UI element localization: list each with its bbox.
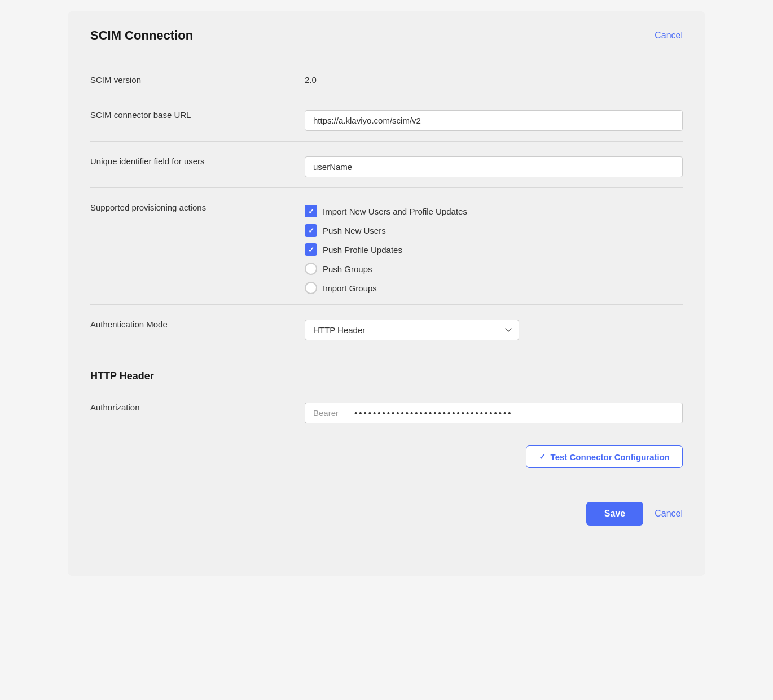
cancel-bottom-button[interactable]: Cancel	[655, 509, 683, 519]
cancel-top-button[interactable]: Cancel	[655, 30, 683, 41]
test-connector-label: Test Connector Configuration	[551, 452, 670, 462]
scim-url-input[interactable]	[305, 110, 683, 131]
test-connector-button[interactable]: ✓ Test Connector Configuration	[526, 445, 683, 468]
provisioning-actions-label: Supported provisioning actions	[90, 198, 305, 212]
authorization-label: Authorization	[90, 398, 305, 412]
authorization-row: Authorization Bearer	[90, 388, 683, 434]
checkbox-import-groups-input[interactable]	[305, 282, 317, 294]
page-title: SCIM Connection	[90, 28, 193, 43]
auth-input-group: Bearer	[305, 403, 683, 423]
bearer-prefix: Bearer	[305, 403, 346, 423]
test-connector-container: ✓ Test Connector Configuration	[90, 434, 683, 468]
auth-mode-select[interactable]: HTTP Header Basic Auth OAuth	[305, 320, 519, 340]
unique-identifier-label: Unique identifier field for users	[90, 152, 305, 166]
http-header-title: HTTP Header	[90, 357, 683, 388]
form-section: SCIM version 2.0 SCIM connector base URL…	[90, 60, 683, 351]
auth-mode-label: Authentication Mode	[90, 315, 305, 329]
test-connector-check-icon: ✓	[539, 452, 546, 462]
scim-version-label: SCIM version	[90, 71, 305, 85]
checkbox-push-groups-input[interactable]	[305, 262, 317, 275]
checkbox-import-new-users-input[interactable]	[305, 205, 317, 217]
unique-identifier-row: Unique identifier field for users	[90, 142, 683, 188]
unique-identifier-input[interactable]	[305, 156, 683, 177]
checkbox-push-new-users: Push New Users	[305, 224, 683, 237]
http-header-section: HTTP Header Authorization Bearer ✓ Test …	[90, 357, 683, 468]
checkbox-import-new-users-label: Import New Users and Profile Updates	[323, 207, 467, 216]
auth-mode-row: Authentication Mode HTTP Header Basic Au…	[90, 305, 683, 351]
provisioning-actions-row: Supported provisioning actions Import Ne…	[90, 188, 683, 305]
bottom-actions: Save Cancel	[90, 491, 683, 526]
token-input[interactable]	[346, 403, 683, 423]
scim-version-value: 2.0	[305, 71, 683, 85]
authorization-input-container: Bearer	[305, 398, 683, 423]
checkbox-group: Import New Users and Profile Updates Pus…	[305, 203, 683, 294]
unique-identifier-field-container	[305, 152, 683, 177]
checkbox-push-groups-label: Push Groups	[323, 264, 372, 274]
checkbox-import-new-users: Import New Users and Profile Updates	[305, 205, 683, 217]
checkbox-push-profile-updates: Push Profile Updates	[305, 243, 683, 256]
checkbox-import-groups-label: Import Groups	[323, 283, 377, 293]
scim-url-label: SCIM connector base URL	[90, 106, 305, 120]
checkbox-push-new-users-label: Push New Users	[323, 226, 386, 235]
scim-url-field-container	[305, 106, 683, 131]
provisioning-actions-container: Import New Users and Profile Updates Pus…	[305, 198, 683, 294]
page-container: SCIM Connection Cancel SCIM version 2.0 …	[68, 11, 705, 576]
checkbox-import-groups: Import Groups	[305, 282, 683, 294]
checkbox-push-profile-updates-label: Push Profile Updates	[323, 245, 402, 255]
scim-url-row: SCIM connector base URL	[90, 95, 683, 142]
checkbox-push-profile-updates-input[interactable]	[305, 243, 317, 256]
auth-mode-select-container: HTTP Header Basic Auth OAuth	[305, 315, 683, 340]
checkbox-push-groups: Push Groups	[305, 262, 683, 275]
checkbox-push-new-users-input[interactable]	[305, 224, 317, 237]
scim-version-row: SCIM version 2.0	[90, 60, 683, 95]
save-button[interactable]: Save	[586, 502, 643, 526]
page-header: SCIM Connection Cancel	[90, 28, 683, 43]
